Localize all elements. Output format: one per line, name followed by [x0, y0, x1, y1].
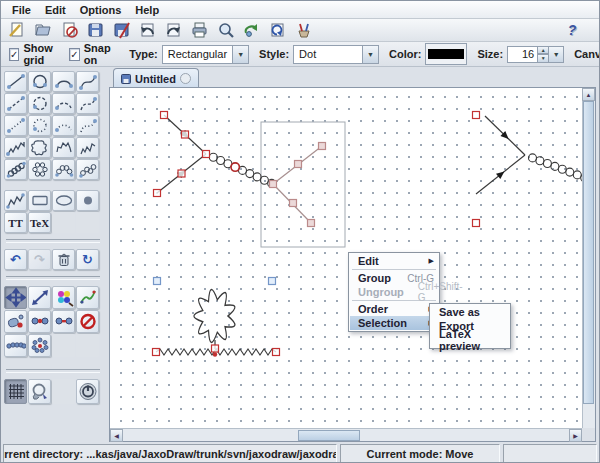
- grid-size-value[interactable]: 16: [507, 46, 538, 63]
- scroll-left-icon[interactable]: ◀: [110, 429, 123, 442]
- menu-edit[interactable]: Edit: [38, 3, 73, 17]
- context-menu-item-edit[interactable]: Edit ▶: [350, 254, 438, 268]
- color-tool[interactable]: [52, 286, 75, 309]
- scalar-arc-tool[interactable]: [52, 93, 75, 114]
- tab-close-icon[interactable]: [180, 73, 191, 84]
- spinner-buttons[interactable]: ▲ ▼: [538, 46, 549, 63]
- redo-icon[interactable]: ↷: [28, 249, 51, 270]
- chevron-down-icon[interactable]: ▼: [362, 46, 378, 63]
- move-tool[interactable]: [4, 286, 27, 309]
- print-icon[interactable]: [188, 20, 212, 40]
- vertical-scroll-thumb[interactable]: [583, 101, 594, 404]
- fermion-loop-tool[interactable]: [28, 71, 51, 92]
- blue-point[interactable]: [154, 278, 276, 285]
- tab-untitled[interactable]: Untitled: [113, 68, 199, 88]
- chain-tool[interactable]: [4, 334, 27, 357]
- horizontal-scroll-thumb[interactable]: [298, 430, 360, 441]
- drawing-canvas[interactable]: [110, 88, 582, 428]
- menu-file[interactable]: File: [5, 3, 38, 17]
- fermion-line[interactable]: [157, 115, 206, 193]
- spinner-up-icon[interactable]: ▲: [538, 46, 549, 55]
- save-icon[interactable]: [84, 20, 108, 40]
- gluon-line[interactable]: [529, 154, 583, 182]
- edit-object-tool[interactable]: [76, 286, 99, 309]
- photon-line-tool[interactable]: [4, 137, 27, 158]
- grouped-vertex-point[interactable]: [270, 143, 326, 227]
- vertex-dot[interactable]: [213, 352, 217, 356]
- new-icon[interactable]: [6, 20, 30, 40]
- import-icon[interactable]: [136, 20, 160, 40]
- photon-loop-tool[interactable]: [28, 137, 51, 158]
- ungroup-tool[interactable]: [52, 310, 75, 333]
- ghost-loop-tool[interactable]: [28, 115, 51, 136]
- ghost-line-tool[interactable]: [4, 115, 27, 136]
- chevron-down-icon[interactable]: ▼: [232, 46, 248, 63]
- photon-bezier-tool[interactable]: [76, 137, 99, 158]
- fermion-arc-tool[interactable]: [52, 71, 75, 92]
- text-tool[interactable]: TT: [4, 212, 27, 233]
- ghost-bezier-tool[interactable]: [76, 115, 99, 136]
- scalar-line-tool[interactable]: [4, 93, 27, 114]
- submenu-item-latex-preview[interactable]: LaTeX preview: [431, 333, 509, 347]
- resize-tool[interactable]: [28, 286, 51, 309]
- gluon-line-tool[interactable]: [4, 159, 27, 180]
- grid-toggle-tool[interactable]: [4, 379, 27, 404]
- grid-color-swatch[interactable]: [425, 43, 467, 65]
- exit-tool[interactable]: [76, 379, 99, 404]
- close-icon[interactable]: [58, 20, 82, 40]
- box-tool[interactable]: [28, 190, 51, 211]
- photon-arc-tool[interactable]: [52, 137, 75, 158]
- spinner-down-icon[interactable]: ▼: [538, 54, 549, 63]
- gluon-arc-tool[interactable]: [52, 159, 75, 180]
- scalar-bezier-tool[interactable]: [76, 93, 99, 114]
- vertex-point[interactable]: [154, 112, 210, 197]
- grouped-fermion-line[interactable]: [273, 146, 322, 223]
- gluon-loop-tool[interactable]: [28, 159, 51, 180]
- selected-gluon-point[interactable]: [231, 163, 239, 171]
- refresh-canvas-icon[interactable]: ↻: [76, 249, 99, 270]
- chevron-down-icon[interactable]: ▼: [549, 46, 564, 63]
- menu-help[interactable]: Help: [128, 3, 166, 17]
- ellipse-tool[interactable]: [52, 190, 75, 211]
- horizontal-scrollbar[interactable]: ◀ ▶: [110, 428, 582, 441]
- scalar-loop-tool[interactable]: [28, 93, 51, 114]
- fermion-line[interactable]: [476, 116, 525, 194]
- loop-blob[interactable]: [194, 290, 235, 343]
- export-icon[interactable]: [162, 20, 186, 40]
- context-menu-item-order[interactable]: Order ▶: [350, 302, 438, 316]
- refresh-icon[interactable]: [266, 20, 290, 40]
- gluon-bezier-tool[interactable]: [76, 159, 99, 180]
- latex-icon[interactable]: [240, 20, 264, 40]
- preview-icon[interactable]: [214, 20, 238, 40]
- block-icon[interactable]: [76, 310, 99, 333]
- duplicate-tool[interactable]: [4, 310, 27, 333]
- blob-tool[interactable]: [76, 190, 99, 211]
- ghost-arc-tool[interactable]: [52, 115, 75, 136]
- open-icon[interactable]: [32, 20, 56, 40]
- menu-options[interactable]: Options: [73, 3, 129, 17]
- latex-text-tool[interactable]: TeX: [28, 212, 51, 233]
- save-as-icon[interactable]: [110, 20, 134, 40]
- zigzag-line-tool[interactable]: [4, 190, 27, 211]
- scroll-right-icon[interactable]: ▶: [569, 429, 582, 442]
- trash-icon[interactable]: [52, 249, 75, 270]
- fermion-line-tool[interactable]: [4, 71, 27, 92]
- edit-preferences-icon[interactable]: [292, 20, 316, 40]
- vertex-point[interactable]: [473, 112, 480, 227]
- group-tool[interactable]: [28, 310, 51, 333]
- context-menu-item-selection[interactable]: Selection ▶: [350, 316, 438, 330]
- gluon-line[interactable]: [209, 153, 275, 187]
- vertical-scrollbar[interactable]: ▲ ▼: [582, 88, 595, 441]
- submenu-item-save-as[interactable]: Save as: [431, 305, 509, 319]
- show-grid-checkbox[interactable]: ✓ Show grid: [9, 42, 55, 66]
- vertex-loop-tool[interactable]: [28, 334, 51, 357]
- undo-icon[interactable]: ↶: [4, 249, 27, 270]
- fermion-bezier-tool[interactable]: [76, 71, 99, 92]
- grid-style-select[interactable]: Dot ▼: [293, 45, 379, 64]
- grid-type-select[interactable]: Rectangular ▼: [162, 45, 249, 64]
- grid-size-spinner[interactable]: 16 ▲ ▼ ▼: [507, 46, 564, 63]
- help-icon[interactable]: ?: [561, 20, 583, 40]
- scroll-up-icon[interactable]: ▲: [582, 88, 595, 101]
- magnify-tool[interactable]: [28, 379, 51, 404]
- snap-on-checkbox[interactable]: ✓ Snap on: [69, 42, 113, 66]
